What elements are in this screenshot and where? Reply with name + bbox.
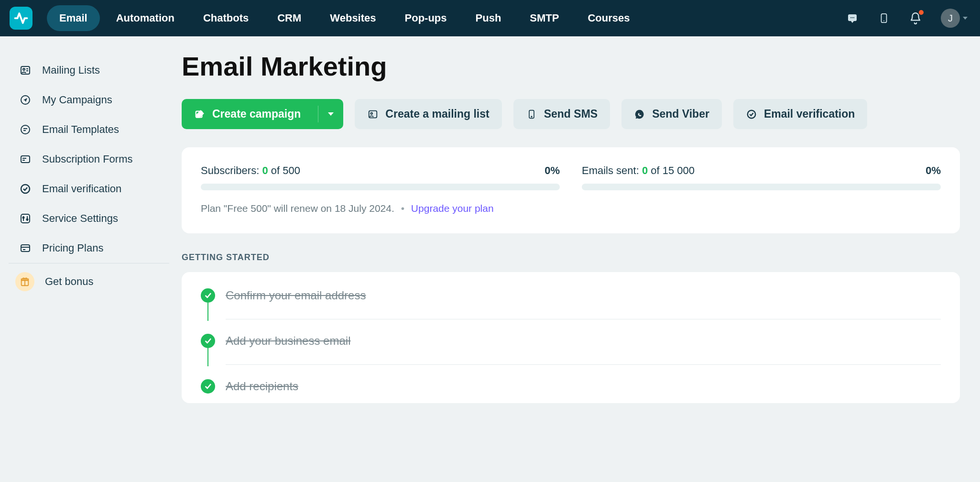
sidebar-item-service-settings[interactable]: Service Settings — [0, 204, 182, 233]
email-verification-button[interactable]: Email verification — [733, 99, 867, 129]
notification-dot — [919, 10, 924, 15]
mobile-icon[interactable] — [878, 12, 890, 24]
sidebar-item-label: Get bonus — [45, 275, 94, 288]
gs-item-add-business-email[interactable]: Add your business email — [201, 319, 941, 364]
sidebar-item-get-bonus[interactable]: Get bonus — [0, 263, 182, 300]
pulse-icon — [14, 11, 28, 25]
sidebar-item-label: Email verification — [42, 183, 121, 195]
sidebar-item-subscription-forms[interactable]: Subscription Forms — [0, 144, 182, 174]
svg-rect-13 — [22, 158, 26, 159]
stat-of: of 500 — [268, 164, 300, 176]
contact-card-icon — [367, 109, 379, 120]
compose-icon — [194, 109, 206, 120]
stats-card: Subscribers: 0 of 500 0% Emails sent: 0 … — [182, 147, 960, 233]
sidebar-item-label: Mailing Lists — [42, 64, 100, 77]
nav-item-push[interactable]: Push — [463, 5, 514, 31]
sidebar-item-pricing-plans[interactable]: Pricing Plans — [0, 233, 182, 263]
nav-item-crm[interactable]: CRM — [265, 5, 314, 31]
svg-point-5 — [883, 21, 884, 22]
svg-point-18 — [23, 217, 24, 219]
send-sms-button[interactable]: Send SMS — [513, 99, 610, 129]
gs-item-label: Add your business email — [226, 334, 941, 348]
stat-percent: 0% — [926, 164, 941, 177]
send-icon — [19, 94, 32, 106]
avatar: J — [941, 9, 960, 28]
create-campaign-dropdown[interactable] — [318, 106, 343, 122]
nav-item-popups[interactable]: Pop-ups — [392, 5, 459, 31]
stat-value: 0 — [642, 164, 648, 176]
sidebar-item-my-campaigns[interactable]: My Campaigns — [0, 85, 182, 115]
gift-icon — [15, 272, 34, 291]
settings-sliders-icon — [19, 212, 32, 225]
check-circle-icon — [201, 288, 215, 303]
sidebar-item-email-templates[interactable]: Email Templates — [0, 115, 182, 144]
stat-label: Subscribers: — [201, 164, 262, 176]
template-icon — [19, 123, 32, 136]
sidebar-item-label: My Campaigns — [42, 94, 112, 106]
form-icon — [19, 153, 32, 165]
button-label: Create campaign — [212, 108, 311, 120]
sidebar: Mailing Lists My Campaigns Email Templat… — [0, 36, 182, 403]
stat-percent: 0% — [544, 164, 560, 177]
sidebar-item-label: Subscription Forms — [42, 153, 133, 165]
chevron-down-icon — [963, 17, 968, 20]
create-mailing-list-button[interactable]: Create a mailing list — [355, 99, 501, 129]
nav-items: Email Automation Chatbots CRM Websites P… — [47, 5, 642, 31]
viber-icon — [634, 109, 645, 120]
gs-item-add-recipients[interactable]: Add recipients — [201, 365, 941, 398]
page-title: Email Marketing — [182, 51, 960, 82]
mobile-icon — [526, 109, 537, 120]
upgrade-plan-link[interactable]: Upgrade your plan — [411, 203, 494, 214]
sidebar-item-mailing-lists[interactable]: Mailing Lists — [0, 55, 182, 85]
svg-rect-14 — [22, 160, 25, 161]
verify-check-icon — [746, 109, 757, 120]
sidebar-item-label: Pricing Plans — [42, 242, 103, 254]
svg-rect-12 — [21, 156, 30, 163]
chat-icon[interactable] — [846, 12, 859, 24]
plan-info: Plan "Free 500" will renew on 18 July 20… — [201, 203, 941, 214]
nav-item-smtp[interactable]: SMTP — [517, 5, 571, 31]
svg-point-1 — [850, 17, 851, 18]
notifications-icon[interactable] — [909, 12, 922, 24]
svg-rect-16 — [21, 214, 30, 223]
user-menu[interactable]: J — [941, 9, 968, 28]
svg-point-20 — [27, 219, 28, 220]
nav-item-courses[interactable]: Courses — [575, 5, 642, 31]
sidebar-item-label: Service Settings — [42, 212, 118, 225]
svg-point-28 — [371, 112, 373, 114]
sidebar-item-label: Email Templates — [42, 123, 119, 136]
nav-item-automation[interactable]: Automation — [104, 5, 187, 31]
send-viber-button[interactable]: Send Viber — [621, 99, 722, 129]
plan-text: Plan "Free 500" will renew on 18 July 20… — [201, 203, 394, 214]
top-nav: Email Automation Chatbots CRM Websites P… — [0, 0, 980, 36]
main-content: Email Marketing Create campaign Create a… — [182, 36, 980, 403]
nav-right: J — [846, 9, 968, 28]
svg-point-30 — [531, 116, 532, 117]
nav-item-websites[interactable]: Websites — [317, 5, 388, 31]
button-label: Email verification — [764, 108, 855, 120]
button-label: Send Viber — [652, 108, 709, 120]
separator-dot: • — [401, 203, 404, 214]
stat-value: 0 — [262, 164, 268, 176]
nav-item-email[interactable]: Email — [47, 5, 100, 31]
svg-point-2 — [852, 17, 853, 18]
pricing-icon — [19, 242, 32, 254]
svg-point-7 — [23, 68, 25, 70]
stat-label: Emails sent: — [582, 164, 642, 176]
create-campaign-button[interactable]: Create campaign — [182, 99, 343, 129]
button-label: Send SMS — [544, 108, 598, 120]
check-circle-icon — [201, 379, 215, 394]
sidebar-item-email-verification[interactable]: Email verification — [0, 174, 182, 204]
app-logo[interactable] — [10, 7, 33, 30]
progress-bar — [582, 184, 941, 190]
action-bar: Create campaign Create a mailing list Se… — [182, 99, 960, 129]
contact-card-icon — [19, 64, 32, 77]
svg-rect-21 — [21, 245, 30, 252]
getting-started-title: GETTING STARTED — [182, 252, 960, 263]
progress-bar — [201, 184, 560, 190]
check-circle-icon — [201, 334, 215, 348]
gs-item-label: Confirm your email address — [226, 288, 941, 302]
svg-point-3 — [853, 17, 854, 18]
nav-item-chatbots[interactable]: Chatbots — [191, 5, 261, 31]
gs-item-confirm-email[interactable]: Confirm your email address — [201, 288, 941, 319]
